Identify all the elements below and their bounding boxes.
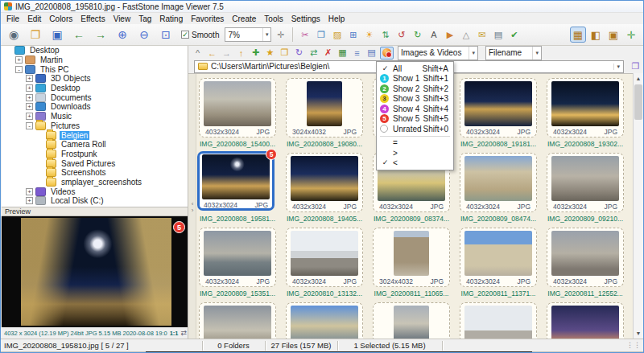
toolbar-button-scan[interactable]: △ (459, 27, 473, 42)
toolbar-button-new-folder[interactable]: ✚ (249, 46, 262, 60)
toolbar-button-copy-move[interactable]: ❐ (314, 27, 328, 42)
menu-tools[interactable]: Tools (260, 14, 287, 23)
expand-icon[interactable]: + (26, 113, 33, 120)
menu-rating[interactable]: Rating (155, 14, 187, 23)
toolbar-button-zoom-in[interactable]: ⊕ (113, 26, 132, 43)
expand-icon[interactable]: + (26, 197, 33, 204)
splitter-gutter[interactable]: ‹› (188, 74, 196, 339)
scrollbar-thumb[interactable] (634, 84, 642, 120)
grid-scrollbar[interactable]: ▲ ▼ (633, 73, 643, 339)
thumbnail-card[interactable] (373, 302, 450, 339)
menu-tag[interactable]: Tag (134, 14, 155, 23)
toolbar-button-up-folder[interactable]: ↑ (234, 46, 248, 60)
sort-combo[interactable]: Filename▾ (485, 46, 542, 60)
toolbar-button-rotate-left[interactable]: ↺ (394, 27, 408, 42)
menu-item-item[interactable]: > (377, 148, 453, 158)
toolbar-button-favorite-folder[interactable]: ★ (263, 46, 277, 60)
tree-item-videos[interactable]: +Videos (2, 187, 188, 196)
menu-item-show-3[interactable]: 3Show 3Shift+3 (377, 94, 453, 105)
toolbar-button-list-view[interactable]: ≡ (350, 46, 364, 60)
tree-item-this-pc[interactable]: -This PC (2, 64, 188, 74)
copy-path-button[interactable]: ❐ (629, 60, 642, 73)
toolbar-button-next-image[interactable]: → (91, 26, 110, 43)
expand-icon[interactable]: + (26, 94, 33, 101)
menu-view[interactable]: View (109, 14, 135, 23)
thumbnail-card[interactable]: 4032x3024JPG5 (197, 151, 275, 211)
menu-effects[interactable]: Effects (76, 14, 109, 23)
menu-colors[interactable]: Colors (45, 14, 76, 23)
thumbnail-card[interactable] (199, 302, 276, 339)
viewer-view-button[interactable]: ◧ (588, 27, 604, 43)
media-filter-combo[interactable]: Images & Videos▾ (398, 46, 478, 60)
zoom-level-combo[interactable]: 7%▾ (225, 27, 271, 42)
tree-item-pictures[interactable]: -Pictures (2, 121, 188, 131)
menu-settings[interactable]: Settings (287, 14, 324, 23)
thumbnail-card[interactable]: 4032x3024JPG (286, 153, 363, 212)
toolbar-button-select-tool[interactable]: ✛ (274, 27, 287, 42)
thumbnail-card[interactable] (286, 302, 363, 339)
thumbnail-card[interactable]: 4032x3024JPG (460, 228, 537, 287)
tree-item-belgien[interactable]: Belgien (2, 130, 188, 140)
toolbar-button-collapse[interactable]: ^ (191, 46, 204, 60)
browser-view-button[interactable]: ▦ (570, 27, 586, 43)
toolbar-button-print[interactable]: ▤ (491, 27, 505, 42)
thumbnail-card[interactable]: 4032x3024JPG (286, 228, 363, 287)
tree-item-3d-objects[interactable]: +3D Objects (2, 74, 188, 84)
chevron-down-icon[interactable]: ▾ (613, 64, 620, 70)
thumbnail-card[interactable]: 4032x3024JPG (460, 78, 537, 138)
tree-item-music[interactable]: +Music (2, 112, 188, 121)
fullscreen-view-button[interactable]: ▣ (605, 27, 621, 43)
toolbar-button-resize[interactable]: ⇅ (378, 27, 392, 42)
toolbar-button-forward[interactable]: → (220, 46, 233, 60)
menu-item-show-4[interactable]: 4Show 4Shift+4 (377, 104, 453, 114)
expand-icon[interactable]: + (15, 56, 23, 64)
toolbar-button-refresh[interactable]: ↻ (292, 46, 306, 60)
toolbar-button-back[interactable]: ← (205, 46, 219, 60)
toolbar-button-colors[interactable]: ☀ (362, 27, 376, 42)
tree-item-martin[interactable]: +Martin (2, 55, 188, 65)
thumbnail-card[interactable]: 3024x4032JPG (286, 78, 363, 138)
menu-item-item[interactable]: = (377, 138, 453, 149)
toolbar-button-thumbnail-view[interactable]: ▦ (336, 46, 349, 60)
menu-create[interactable]: Create (228, 14, 260, 23)
menu-item-show-1[interactable]: 1Show 1Shift+1 (377, 74, 453, 84)
tree-item-documents[interactable]: +Documents (2, 92, 188, 102)
toolbar-button-save[interactable]: ▣ (47, 26, 67, 43)
menu-favorites[interactable]: Favorites (187, 14, 228, 23)
thumbnail-card[interactable]: 4032x3024JPG (547, 78, 624, 138)
toolbar-button-draw[interactable]: ▨ (330, 27, 344, 42)
menu-item-show-5[interactable]: 5Show 5Shift+5 (377, 114, 453, 125)
toolbar-button-rename[interactable]: A (427, 27, 440, 42)
thumbnail-card[interactable]: 4032x3024JPG (199, 228, 276, 287)
menu-edit[interactable]: Edit (23, 14, 45, 23)
toolbar-button-actual-size[interactable]: ⊡ (156, 26, 175, 43)
toolbar-button-detail-view[interactable]: ▤ (365, 46, 378, 60)
collapse-icon[interactable]: - (26, 122, 33, 129)
menu-item-all[interactable]: ✓AllShift+A (377, 64, 453, 74)
toolbar-button-prev-image[interactable]: ← (69, 26, 89, 43)
tree-item-saved-pictures[interactable]: Saved Pictures (2, 158, 188, 168)
resize-grip-icon[interactable]: ⋮⋮ (626, 341, 641, 349)
toolbar-button-crop[interactable]: ✂ (298, 27, 312, 42)
compare-size-icon[interactable]: ⇄ (180, 329, 187, 337)
thumbnail-card[interactable] (547, 302, 624, 339)
toolbar-button-settings[interactable]: ✔ (507, 27, 521, 42)
toolbar-button-email[interactable]: ✉ (475, 27, 489, 42)
toolbar-button-open-folder[interactable]: ❐ (26, 26, 45, 43)
fit-window-button[interactable]: ✛ (623, 27, 639, 43)
scroll-down-icon[interactable]: ▼ (634, 328, 643, 339)
menu-item-show-2[interactable]: 2Show 2Shift+2 (377, 84, 453, 94)
splitter-collapse-icon[interactable]: ‹› (189, 201, 196, 214)
tree-item-screenshots[interactable]: Screenshots (2, 168, 188, 178)
toolbar-button-transfer[interactable]: ⇄ (307, 46, 320, 60)
scroll-up-icon[interactable]: ▲ (634, 73, 643, 84)
rating-filter-button[interactable] (380, 47, 394, 60)
expand-icon[interactable]: + (26, 84, 33, 92)
menu-item-item[interactable]: ✓< (377, 158, 453, 169)
toolbar-button-delete[interactable]: ✗ (321, 46, 335, 60)
tree-item-camera-roll[interactable]: Camera Roll (2, 140, 188, 150)
thumbnail-card[interactable] (460, 302, 537, 339)
smooth-checkbox[interactable]: ✓Smooth (181, 31, 219, 39)
menu-item-unrated[interactable]: UnratedShift+0 (377, 124, 453, 134)
toolbar-button-slideshow[interactable]: ▶ (443, 27, 456, 42)
